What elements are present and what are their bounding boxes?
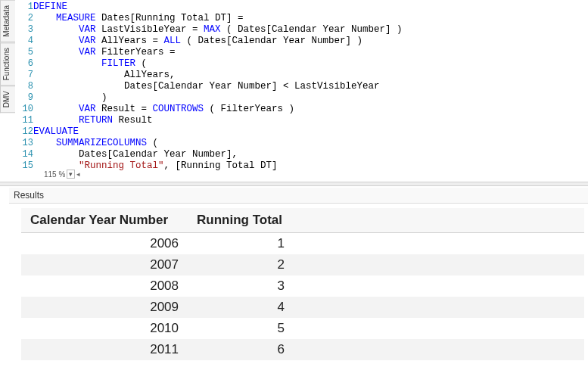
code-lines: 1 DEFINE 2 MEASURE Dates[Running Total D… — [17, 2, 403, 172]
code-text: ) — [101, 92, 107, 103]
line-number: 13 — [17, 138, 33, 149]
fn-all: ALL — [164, 36, 182, 46]
code-text: ( — [147, 138, 158, 148]
zoom-control: 115 % ▾ ◂ — [44, 170, 80, 179]
cell-year: 2006 — [21, 233, 188, 255]
code-text: Dates[Calendar Year Number], — [79, 149, 238, 160]
line-number: 4 — [17, 36, 33, 47]
line-number: 8 — [17, 81, 33, 92]
code-text: FilterYears = — [96, 47, 176, 58]
line-number: 1 — [17, 2, 33, 13]
pane-splitter[interactable] — [0, 182, 588, 186]
line-number: 2 — [17, 13, 33, 24]
fn-filter: FILTER — [101, 58, 135, 69]
line-number: 3 — [17, 24, 33, 36]
line-number: 10 — [17, 104, 33, 115]
tab-dmv[interactable]: DMV — [0, 86, 15, 113]
kw-var: VAR — [79, 24, 96, 35]
cell-rt: 4 — [188, 297, 294, 318]
zoom-level: 115 % — [44, 170, 65, 179]
kw-return: RETURN — [79, 115, 113, 126]
kw-var: VAR — [79, 47, 96, 58]
string-literal: "Running Total" — [79, 160, 164, 171]
code-text: Dates[Calendar Year Number] < LastVisibl… — [124, 81, 380, 92]
cell-rt: 3 — [188, 275, 294, 297]
table-row[interactable]: 20116 — [21, 339, 584, 360]
code-text: Dates[Running Total DT] = — [96, 13, 244, 23]
code-editor[interactable]: 1 DEFINE 2 MEASURE Dates[Running Total D… — [17, 2, 586, 179]
kw-measure: MEASURE — [56, 13, 96, 23]
code-text: AllYears = — [96, 36, 164, 46]
table-row[interactable]: 20094 — [21, 297, 584, 318]
line-number: 9 — [17, 92, 33, 104]
code-text: AllYears, — [124, 70, 176, 80]
code-text: Result — [113, 115, 153, 126]
code-text: ( FilterYears ) — [204, 104, 294, 114]
kw-evaluate: EVALUATE — [33, 126, 79, 137]
cell-year: 2009 — [21, 297, 188, 318]
table-row[interactable]: 20105 — [21, 318, 584, 339]
zoom-nav-icon[interactable]: ◂ — [76, 170, 80, 178]
tab-functions[interactable]: Functions — [0, 42, 15, 86]
results-panel: Results Calendar Year Number Running Tot… — [9, 188, 588, 389]
code-text: , [Running Total DT] — [164, 160, 278, 171]
cell-rt: 1 — [188, 233, 294, 255]
side-tab-strip: Metadata Functions DMV — [0, 0, 15, 185]
kw-var: VAR — [79, 36, 96, 46]
code-text: ( Dates[Calendar Year Number] ) — [181, 36, 362, 46]
table-row[interactable]: 20083 — [21, 275, 584, 297]
col-header-empty — [294, 208, 584, 233]
line-number: 5 — [17, 47, 33, 58]
fn-max: MAX — [204, 24, 221, 35]
cell-year: 2010 — [21, 318, 188, 339]
line-number: 12 — [17, 126, 33, 138]
line-number: 6 — [17, 58, 33, 70]
cell-year: 2011 — [21, 339, 188, 360]
zoom-dropdown[interactable]: ▾ — [67, 170, 75, 179]
kw-var: VAR — [79, 104, 96, 114]
code-text: ( Dates[Calendar Year Number] ) — [221, 24, 403, 35]
cell-rt: 6 — [188, 339, 294, 360]
fn-countrows: COUNTROWS — [153, 104, 204, 114]
results-title: Results — [9, 188, 588, 204]
code-text: LastVisibleYear = — [96, 24, 204, 35]
table-row[interactable]: 20061 — [21, 233, 584, 255]
table-row[interactable]: 20072 — [21, 254, 584, 275]
line-number: 14 — [17, 149, 33, 160]
cell-year: 2007 — [21, 254, 188, 275]
fn-summarizecolumns: SUMMARIZECOLUMNS — [56, 138, 147, 148]
line-number: 7 — [17, 70, 33, 81]
tab-metadata[interactable]: Metadata — [0, 0, 15, 42]
cell-rt: 5 — [188, 318, 294, 339]
results-grid[interactable]: Calendar Year Number Running Total 20061… — [21, 208, 584, 360]
code-text: ( — [135, 58, 147, 69]
kw-define: DEFINE — [33, 2, 67, 12]
cell-year: 2008 — [21, 275, 188, 297]
line-number: 15 — [17, 160, 33, 172]
col-header-running-total[interactable]: Running Total — [188, 208, 294, 233]
code-text: Result = — [96, 104, 153, 114]
line-number: 11 — [17, 115, 33, 126]
cell-rt: 2 — [188, 254, 294, 275]
col-header-year[interactable]: Calendar Year Number — [21, 208, 188, 233]
